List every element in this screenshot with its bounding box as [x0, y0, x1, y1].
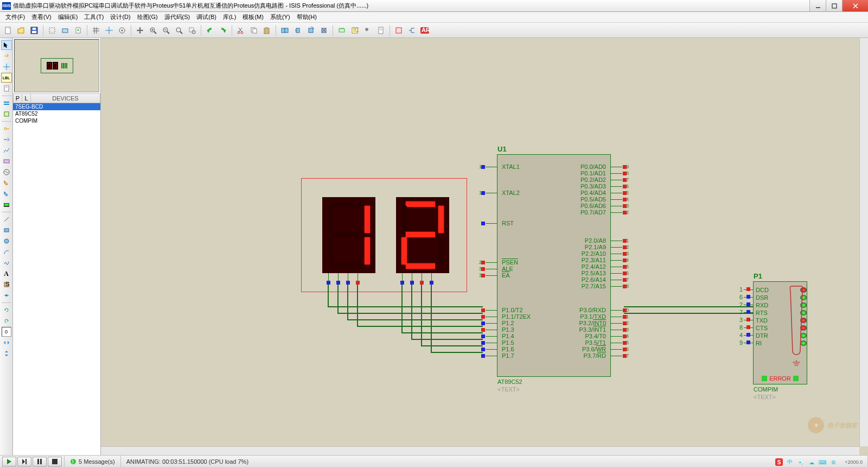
- tray-dot-icon[interactable]: •,: [797, 458, 805, 466]
- menu-item[interactable]: 库(L): [220, 12, 239, 22]
- script-tool[interactable]: [1, 84, 12, 93]
- erc-button[interactable]: [393, 24, 405, 36]
- menu-item[interactable]: 设计(D): [107, 12, 133, 22]
- section-button[interactable]: [46, 24, 58, 36]
- block-copy-button[interactable]: [279, 24, 291, 36]
- zoom-in-button[interactable]: [147, 24, 159, 36]
- device-list[interactable]: 7SEG-BCDAT89C52COMPIM: [13, 103, 100, 455]
- menu-item[interactable]: 工具(T): [81, 12, 107, 22]
- grid-button[interactable]: [90, 24, 102, 36]
- minimize-button[interactable]: [809, 0, 826, 11]
- probe-v-tool[interactable]: [1, 178, 12, 188]
- zoom-fit-button[interactable]: [173, 24, 185, 36]
- menu-item[interactable]: 帮助(H): [293, 12, 320, 22]
- tray-s-icon[interactable]: S: [775, 458, 783, 466]
- seven-segment-group[interactable]: [301, 178, 467, 292]
- save-file-button[interactable]: [28, 24, 40, 36]
- menu-item[interactable]: 查看(V): [28, 12, 55, 22]
- sim-step-button[interactable]: [17, 457, 31, 466]
- rotate-cw-tool[interactable]: [1, 305, 12, 315]
- recorder-tool[interactable]: [1, 156, 12, 166]
- library-button[interactable]: L: [22, 94, 31, 103]
- origin-button[interactable]: [116, 24, 128, 36]
- rotate-ccw-tool[interactable]: [1, 316, 12, 326]
- device-list-header: P L DEVICES: [13, 93, 100, 103]
- copy-button[interactable]: [248, 24, 260, 36]
- menu-item[interactable]: 系统(Y): [267, 12, 293, 22]
- generator-tool[interactable]: [1, 167, 12, 177]
- import-button[interactable]: [72, 24, 84, 36]
- symbol-tool[interactable]: S: [1, 280, 12, 289]
- menu-item[interactable]: 调试(B): [193, 12, 220, 22]
- sim-stop-button[interactable]: [48, 457, 62, 466]
- zoom-out-button[interactable]: [160, 24, 172, 36]
- open-file-button[interactable]: [15, 24, 27, 36]
- probe-i-tool[interactable]: [1, 189, 12, 199]
- menu-item[interactable]: 绘图(G): [134, 12, 161, 22]
- label-tool[interactable]: LBL: [1, 73, 12, 83]
- make-device-button[interactable]: IC: [349, 24, 361, 36]
- graph-tool[interactable]: [1, 146, 12, 155]
- device-list-item[interactable]: COMPIM: [13, 117, 100, 124]
- circle-tool[interactable]: [1, 236, 12, 246]
- zoom-region-button[interactable]: [186, 24, 198, 36]
- paste-button[interactable]: [261, 24, 273, 36]
- status-messages[interactable]: i 5 Message(s): [65, 456, 121, 467]
- menu-item[interactable]: 文件(F): [2, 12, 28, 22]
- bus-tool[interactable]: [1, 98, 12, 108]
- mcu-at89c52[interactable]: U1 AT89C52 <TEXT> 19XTAL118XTAL29RST29PS…: [497, 154, 611, 377]
- wrench-button[interactable]: [362, 24, 374, 36]
- instrument-tool[interactable]: [1, 200, 12, 210]
- ares-button[interactable]: ARES: [419, 24, 431, 36]
- canvas-vscrollbar[interactable]: [859, 38, 868, 446]
- block-rotate-button[interactable]: [305, 24, 317, 36]
- arc-tool[interactable]: [1, 247, 12, 257]
- crosshair-button[interactable]: [103, 24, 115, 36]
- box-tool[interactable]: [1, 225, 12, 235]
- flip-v-tool[interactable]: [1, 349, 12, 358]
- marker-tool[interactable]: [1, 291, 12, 300]
- block-move-button[interactable]: [292, 24, 304, 36]
- pick-device-button[interactable]: [336, 24, 348, 36]
- pan-button[interactable]: [134, 24, 146, 36]
- terminal-tool[interactable]: [1, 124, 12, 134]
- svg-point-15: [122, 29, 123, 31]
- component-tool[interactable]: [1, 51, 12, 61]
- path-tool[interactable]: [1, 258, 12, 268]
- flip-h-tool[interactable]: [1, 338, 12, 348]
- text-tool[interactable]: A: [1, 269, 12, 279]
- junction-tool[interactable]: [1, 62, 12, 72]
- menu-item[interactable]: 模板(M): [239, 12, 267, 22]
- pin-tool[interactable]: [1, 135, 12, 144]
- line-tool[interactable]: [1, 214, 12, 224]
- netlist-button[interactable]: [406, 24, 418, 36]
- maximize-button[interactable]: [826, 0, 842, 11]
- seven-segment-digit-2[interactable]: [396, 197, 449, 273]
- print-area-button[interactable]: [59, 24, 71, 36]
- undo-button[interactable]: [204, 24, 216, 36]
- compim-port[interactable]: P1 COMPIM <TEXT> DCD1DSR6RXD2RTS7TXD3CTS…: [753, 281, 807, 384]
- menu-item[interactable]: 源代码(S): [161, 12, 194, 22]
- select-tool[interactable]: [1, 40, 12, 50]
- menu-item[interactable]: 编辑(E): [55, 12, 81, 22]
- tray-cloud-icon[interactable]: ☁: [808, 458, 815, 466]
- schematic-canvas[interactable]: U1 AT89C52 <TEXT> 19XTAL118XTAL29RST29PS…: [101, 38, 868, 455]
- cut-button[interactable]: [235, 24, 247, 36]
- tray-keyboard-icon[interactable]: ⌨: [819, 458, 826, 466]
- device-list-item[interactable]: AT89C52: [13, 110, 100, 117]
- block-delete-button[interactable]: [318, 24, 330, 36]
- pick-button[interactable]: P: [14, 94, 22, 103]
- report-button[interactable]: [375, 24, 387, 36]
- sim-play-button[interactable]: [2, 457, 16, 466]
- angle-input[interactable]: 0: [2, 327, 11, 337]
- subcircuit-tool[interactable]: [1, 109, 12, 119]
- close-button[interactable]: [842, 0, 868, 11]
- seven-segment-digit-1[interactable]: [322, 197, 375, 273]
- tray-gear-icon[interactable]: ⚙: [829, 458, 837, 466]
- canvas-hscrollbar[interactable]: [101, 446, 859, 455]
- device-list-item[interactable]: 7SEG-BCD: [13, 103, 100, 110]
- tray-chat-icon[interactable]: 中: [786, 458, 794, 466]
- new-file-button[interactable]: [2, 24, 14, 36]
- redo-button[interactable]: [217, 24, 229, 36]
- sim-pause-button[interactable]: [33, 457, 47, 466]
